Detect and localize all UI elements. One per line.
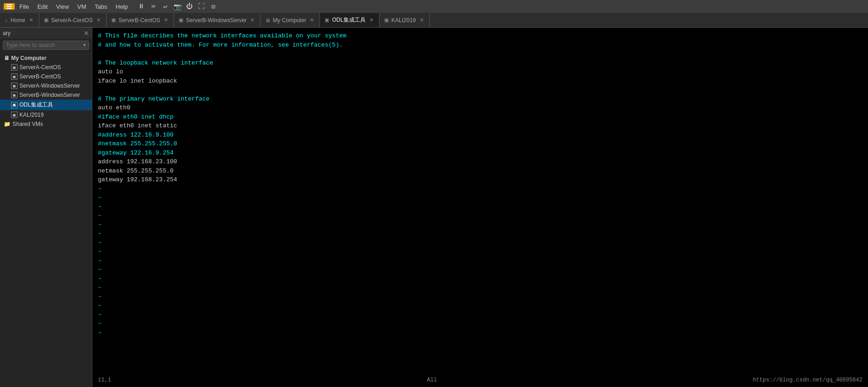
term-tilde-8: ~ — [98, 247, 862, 256]
vm-tree-icon-3: ▣ — [11, 83, 18, 89]
menu-vm[interactable]: VM — [73, 2, 90, 11]
term-tilde-4: ~ — [98, 211, 862, 220]
tab-odl-label: ODL集成工具 — [332, 16, 366, 24]
tree-container: 🖥 My Computer ▣ ServerA-CentOS ▣ ServerB… — [0, 52, 92, 387]
terminal-scroll-status: All — [427, 377, 437, 383]
term-tilde-7: ~ — [98, 238, 862, 248]
terminal-content: # This file describes the network interf… — [98, 31, 862, 337]
sidebar-close-button[interactable]: ✕ — [84, 30, 89, 37]
search-dropdown-icon[interactable]: ▼ — [83, 43, 86, 48]
home-icon: ⌂ — [5, 18, 8, 23]
vm-tree-icon-1: ▣ — [11, 64, 18, 71]
terminal-status-bar: 11,1 All https://blog.csdn.net/qq_406956… — [98, 377, 862, 383]
search-input[interactable] — [6, 42, 83, 48]
tab-home-close[interactable]: ✕ — [28, 17, 34, 23]
snapshot-icon[interactable]: 📷 — [172, 1, 182, 12]
term-tilde-16: ~ — [98, 319, 862, 328]
tab-kali-label: KALI2019 — [392, 17, 416, 24]
tab-serverb-windows-label: ServerB-WindowsServer — [186, 17, 247, 24]
power-icon[interactable]: ⏻ — [184, 1, 194, 12]
terminal-url: https://blog.csdn.net/qq_40695642 — [753, 377, 862, 383]
vm-icon-tab1: ▣ — [44, 17, 48, 23]
menu-help[interactable]: Help — [112, 2, 132, 11]
vm-icon-tab6: ▣ — [384, 17, 389, 23]
suspend-icon[interactable]: ⏸ — [136, 1, 146, 12]
term-line-6: iface lo inet loopback — [98, 77, 862, 86]
menu-file[interactable]: File — [16, 2, 33, 11]
term-line-16: netmask 255.255.255.0 — [98, 167, 862, 176]
sidebar: ary ✕ ▼ 🖥 My Computer ▣ ServerA-CentOS ▣… — [0, 28, 92, 387]
sidebar-item-shared-vms-label: Shared VMs — [12, 121, 43, 127]
monitor-icon-tab4: 🖥 — [265, 18, 270, 23]
term-line-9: auto eth0 — [98, 103, 862, 113]
main-area: ary ✕ ▼ 🖥 My Computer ▣ ServerA-CentOS ▣… — [0, 28, 868, 387]
sidebar-item-servera-centos[interactable]: ▣ ServerA-CentOS — [0, 63, 92, 72]
term-line-15: address 192.168.23.100 — [98, 157, 862, 167]
term-line-5: auto lo — [98, 67, 862, 77]
toolbar-icons: ⏸ ⌨ ↩ 📷 ⏻ ⛶ ⊡ — [136, 1, 218, 12]
term-tilde-12: ~ — [98, 283, 862, 292]
search-box[interactable]: ▼ — [3, 41, 89, 50]
terminal-area[interactable]: # This file describes the network interf… — [92, 28, 868, 387]
sidebar-item-my-computer-label: My Computer — [11, 55, 47, 61]
fullscreen-icon[interactable]: ⛶ — [196, 1, 206, 12]
tab-servera-centos[interactable]: ▣ ServerA-CentOS ✕ — [39, 13, 107, 27]
tab-home[interactable]: ⌂ Home ✕ — [0, 13, 39, 27]
sidebar-item-my-computer[interactable]: 🖥 My Computer — [0, 54, 92, 63]
sidebar-item-serverb-centos[interactable]: ▣ ServerB-CentOS — [0, 72, 92, 81]
tab-my-computer[interactable]: 🖥 My Computer ✕ — [260, 13, 320, 27]
term-line-1: # This file describes the network interf… — [98, 31, 862, 41]
term-tilde-11: ~ — [98, 274, 862, 284]
vm-tree-icon-6: ▣ — [11, 112, 18, 118]
menu-tabs[interactable]: Tabs — [91, 2, 111, 11]
term-line-14: #gateway 122.16.9.254 — [98, 149, 862, 158]
send-keys-icon[interactable]: ⌨ — [148, 1, 158, 12]
term-tilde-13: ~ — [98, 292, 862, 302]
term-tilde-6: ~ — [98, 229, 862, 238]
term-line-7 — [98, 85, 862, 95]
tab-kali[interactable]: ▣ KALI2019 ✕ — [380, 13, 430, 27]
term-tilde-10: ~ — [98, 265, 862, 274]
sidebar-item-odl[interactable]: ▣ ODL集成工具 — [0, 100, 92, 110]
tab-servera-centos-label: ServerA-CentOS — [51, 17, 93, 24]
term-line-2: # and how to activate them. For more inf… — [98, 41, 862, 50]
term-line-11: iface eth0 inet static — [98, 121, 862, 131]
sidebar-item-kali[interactable]: ▣ KALI2019 — [0, 110, 92, 119]
menu-view[interactable]: View — [52, 2, 72, 11]
vmware-bars-icon — [6, 4, 12, 9]
sidebar-item-serverb-windows-label: ServerB-WindowsServer — [19, 92, 80, 98]
tab-serverb-windows-close[interactable]: ✕ — [249, 17, 255, 23]
monitor-tree-icon: 🖥 — [4, 55, 9, 61]
vm-icon-tab2: ▣ — [111, 17, 116, 23]
fit-icon[interactable]: ⊡ — [208, 1, 218, 12]
sidebar-item-shared-vms[interactable]: 📁 Shared VMs — [0, 119, 92, 129]
vm-icon-tab3: ▣ — [179, 17, 183, 23]
tab-serverb-centos-label: ServerB-CentOS — [119, 17, 160, 24]
tab-servera-centos-close[interactable]: ✕ — [96, 17, 102, 23]
vm-tree-icon-4: ▣ — [11, 92, 18, 98]
term-tilde-1: ~ — [98, 185, 862, 194]
sidebar-item-serverb-windows[interactable]: ▣ ServerB-WindowsServer — [0, 90, 92, 100]
tab-kali-close[interactable]: ✕ — [419, 17, 425, 23]
term-line-4: # The loopback network interface — [98, 59, 862, 68]
revert-icon[interactable]: ↩ — [160, 1, 170, 12]
sidebar-item-servera-windows-label: ServerA-WindowsServer — [19, 83, 80, 89]
tab-my-computer-close[interactable]: ✕ — [309, 17, 315, 23]
vm-icon-tab5: ▣ — [325, 17, 329, 23]
sidebar-item-servera-windows[interactable]: ▣ ServerA-WindowsServer — [0, 81, 92, 90]
term-line-10: #iface eth0 inet dhcp — [98, 113, 862, 122]
sidebar-item-servera-centos-label: ServerA-CentOS — [19, 64, 61, 71]
terminal-cursor-pos: 11,1 — [98, 377, 111, 383]
tab-serverb-windows[interactable]: ▣ ServerB-WindowsServer ✕ — [174, 13, 260, 27]
term-line-3 — [98, 49, 862, 59]
tab-serverb-centos-close[interactable]: ✕ — [163, 17, 169, 23]
tab-serverb-centos[interactable]: ▣ ServerB-CentOS ✕ — [107, 13, 174, 27]
tab-odl[interactable]: ▣ ODL集成工具 ✕ — [320, 13, 380, 27]
tab-odl-close[interactable]: ✕ — [368, 17, 374, 23]
term-tilde-9: ~ — [98, 256, 862, 266]
term-tilde-3: ~ — [98, 202, 862, 212]
menu-edit[interactable]: Edit — [34, 2, 51, 11]
sidebar-item-odl-label: ODL集成工具 — [19, 101, 53, 109]
term-tilde-5: ~ — [98, 220, 862, 230]
term-line-8: # The primary network interface — [98, 95, 862, 104]
